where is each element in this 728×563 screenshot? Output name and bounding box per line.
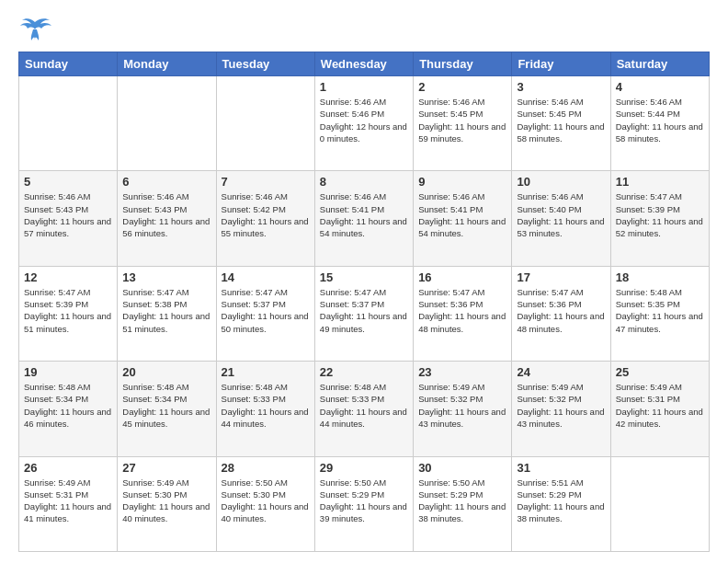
day-info: Sunrise: 5:48 AM Sunset: 5:35 PM Dayligh…: [616, 286, 704, 335]
day-number: 28: [222, 461, 310, 475]
calendar-cell: 24Sunrise: 5:49 AM Sunset: 5:32 PM Dayli…: [512, 362, 610, 456]
weekday-header-wednesday: Wednesday: [314, 52, 413, 76]
day-number: 2: [418, 80, 506, 94]
calendar-cell: 17Sunrise: 5:47 AM Sunset: 5:36 PM Dayli…: [512, 266, 610, 361]
day-info: Sunrise: 5:47 AM Sunset: 5:39 PM Dayligh…: [24, 286, 112, 335]
calendar-cell: 16Sunrise: 5:47 AM Sunset: 5:36 PM Dayli…: [414, 266, 512, 361]
day-info: Sunrise: 5:49 AM Sunset: 5:32 PM Dayligh…: [517, 381, 605, 430]
calendar-cell: 6Sunrise: 5:46 AM Sunset: 5:43 PM Daylig…: [118, 171, 216, 266]
logo-icon: [18, 15, 51, 42]
day-info: Sunrise: 5:48 AM Sunset: 5:34 PM Dayligh…: [122, 381, 210, 430]
calendar-cell: 12Sunrise: 5:47 AM Sunset: 5:39 PM Dayli…: [19, 266, 118, 361]
day-number: 16: [418, 270, 506, 284]
day-number: 9: [418, 175, 506, 189]
day-info: Sunrise: 5:46 AM Sunset: 5:42 PM Dayligh…: [222, 190, 310, 239]
day-number: 20: [122, 365, 210, 379]
day-number: 21: [222, 365, 310, 379]
calendar-table: SundayMondayTuesdayWednesdayThursdayFrid…: [18, 52, 710, 552]
weekday-header-sunday: Sunday: [19, 52, 118, 76]
weekday-header-friday: Friday: [512, 52, 610, 76]
day-number: 1: [320, 80, 408, 94]
day-number: 12: [24, 270, 112, 284]
calendar-cell: 1Sunrise: 5:46 AM Sunset: 5:46 PM Daylig…: [314, 76, 413, 171]
calendar-cell: [118, 76, 216, 171]
calendar-week-2: 12Sunrise: 5:47 AM Sunset: 5:39 PM Dayli…: [19, 266, 710, 361]
calendar-cell: [216, 76, 314, 171]
day-number: 25: [616, 365, 704, 379]
day-info: Sunrise: 5:47 AM Sunset: 5:39 PM Dayligh…: [616, 190, 704, 239]
calendar-cell: 21Sunrise: 5:48 AM Sunset: 5:33 PM Dayli…: [216, 362, 314, 456]
day-number: 23: [418, 365, 506, 379]
day-number: 7: [222, 175, 310, 189]
calendar-cell: 25Sunrise: 5:49 AM Sunset: 5:31 PM Dayli…: [610, 362, 709, 456]
calendar-cell: 9Sunrise: 5:46 AM Sunset: 5:41 PM Daylig…: [414, 171, 512, 266]
day-number: 8: [320, 175, 408, 189]
day-info: Sunrise: 5:47 AM Sunset: 5:37 PM Dayligh…: [222, 286, 310, 335]
day-info: Sunrise: 5:49 AM Sunset: 5:32 PM Dayligh…: [418, 381, 506, 430]
day-info: Sunrise: 5:49 AM Sunset: 5:31 PM Dayligh…: [24, 477, 112, 525]
day-info: Sunrise: 5:47 AM Sunset: 5:37 PM Dayligh…: [320, 286, 408, 335]
day-info: Sunrise: 5:46 AM Sunset: 5:46 PM Dayligh…: [320, 96, 408, 144]
day-number: 19: [24, 365, 112, 379]
day-info: Sunrise: 5:46 AM Sunset: 5:44 PM Dayligh…: [616, 96, 704, 144]
calendar-cell: 18Sunrise: 5:48 AM Sunset: 5:35 PM Dayli…: [610, 266, 709, 361]
calendar-cell: 27Sunrise: 5:49 AM Sunset: 5:30 PM Dayli…: [118, 456, 216, 551]
day-number: 17: [517, 270, 605, 284]
weekday-header-tuesday: Tuesday: [216, 52, 314, 76]
day-number: 13: [122, 270, 210, 284]
calendar-week-3: 19Sunrise: 5:48 AM Sunset: 5:34 PM Dayli…: [19, 362, 710, 456]
calendar-cell: 15Sunrise: 5:47 AM Sunset: 5:37 PM Dayli…: [314, 266, 413, 361]
calendar-cell: 4Sunrise: 5:46 AM Sunset: 5:44 PM Daylig…: [610, 76, 709, 171]
day-info: Sunrise: 5:46 AM Sunset: 5:45 PM Dayligh…: [517, 96, 605, 144]
calendar-cell: 11Sunrise: 5:47 AM Sunset: 5:39 PM Dayli…: [610, 171, 709, 266]
day-info: Sunrise: 5:47 AM Sunset: 5:38 PM Dayligh…: [122, 286, 210, 335]
day-info: Sunrise: 5:50 AM Sunset: 5:30 PM Dayligh…: [222, 477, 310, 525]
header: [18, 15, 710, 42]
weekday-header-saturday: Saturday: [610, 52, 709, 76]
calendar-cell: 5Sunrise: 5:46 AM Sunset: 5:43 PM Daylig…: [19, 171, 118, 266]
calendar-cell: 20Sunrise: 5:48 AM Sunset: 5:34 PM Dayli…: [118, 362, 216, 456]
day-info: Sunrise: 5:50 AM Sunset: 5:29 PM Dayligh…: [418, 477, 506, 525]
calendar-cell: [610, 456, 709, 551]
calendar-cell: [19, 76, 118, 171]
day-info: Sunrise: 5:46 AM Sunset: 5:43 PM Dayligh…: [24, 190, 112, 239]
calendar-cell: 31Sunrise: 5:51 AM Sunset: 5:29 PM Dayli…: [512, 456, 610, 551]
calendar-cell: 8Sunrise: 5:46 AM Sunset: 5:41 PM Daylig…: [314, 171, 413, 266]
day-number: 5: [24, 175, 112, 189]
calendar-cell: 30Sunrise: 5:50 AM Sunset: 5:29 PM Dayli…: [414, 456, 512, 551]
day-number: 18: [616, 270, 704, 284]
day-info: Sunrise: 5:48 AM Sunset: 5:33 PM Dayligh…: [222, 381, 310, 430]
calendar-cell: 13Sunrise: 5:47 AM Sunset: 5:38 PM Dayli…: [118, 266, 216, 361]
calendar-page: SundayMondayTuesdayWednesdayThursdayFrid…: [0, 0, 728, 563]
calendar-cell: 14Sunrise: 5:47 AM Sunset: 5:37 PM Dayli…: [216, 266, 314, 361]
calendar-cell: 23Sunrise: 5:49 AM Sunset: 5:32 PM Dayli…: [414, 362, 512, 456]
calendar-cell: 19Sunrise: 5:48 AM Sunset: 5:34 PM Dayli…: [19, 362, 118, 456]
weekday-header-monday: Monday: [118, 52, 216, 76]
calendar-cell: 22Sunrise: 5:48 AM Sunset: 5:33 PM Dayli…: [314, 362, 413, 456]
day-number: 30: [418, 461, 506, 475]
day-number: 3: [517, 80, 605, 94]
day-number: 15: [320, 270, 408, 284]
calendar-week-0: 1Sunrise: 5:46 AM Sunset: 5:46 PM Daylig…: [19, 76, 710, 171]
day-number: 6: [122, 175, 210, 189]
weekday-header-thursday: Thursday: [414, 52, 512, 76]
calendar-cell: 3Sunrise: 5:46 AM Sunset: 5:45 PM Daylig…: [512, 76, 610, 171]
logo: [18, 15, 55, 42]
calendar-cell: 29Sunrise: 5:50 AM Sunset: 5:29 PM Dayli…: [314, 456, 413, 551]
day-number: 27: [122, 461, 210, 475]
day-number: 10: [517, 175, 605, 189]
day-number: 4: [616, 80, 704, 94]
calendar-cell: 10Sunrise: 5:46 AM Sunset: 5:40 PM Dayli…: [512, 171, 610, 266]
day-info: Sunrise: 5:47 AM Sunset: 5:36 PM Dayligh…: [517, 286, 605, 335]
day-number: 14: [222, 270, 310, 284]
day-info: Sunrise: 5:46 AM Sunset: 5:41 PM Dayligh…: [418, 190, 506, 239]
day-info: Sunrise: 5:49 AM Sunset: 5:31 PM Dayligh…: [616, 381, 704, 430]
day-info: Sunrise: 5:47 AM Sunset: 5:36 PM Dayligh…: [418, 286, 506, 335]
calendar-cell: 2Sunrise: 5:46 AM Sunset: 5:45 PM Daylig…: [414, 76, 512, 171]
day-info: Sunrise: 5:46 AM Sunset: 5:40 PM Dayligh…: [517, 190, 605, 239]
day-number: 24: [517, 365, 605, 379]
calendar-week-4: 26Sunrise: 5:49 AM Sunset: 5:31 PM Dayli…: [19, 456, 710, 551]
day-number: 11: [616, 175, 704, 189]
calendar-cell: 7Sunrise: 5:46 AM Sunset: 5:42 PM Daylig…: [216, 171, 314, 266]
day-info: Sunrise: 5:50 AM Sunset: 5:29 PM Dayligh…: [320, 477, 408, 525]
